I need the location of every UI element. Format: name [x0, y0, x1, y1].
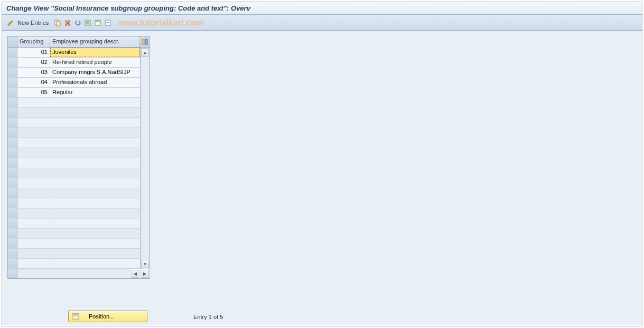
- configure-columns-icon[interactable]: [140, 37, 150, 47]
- row-selector[interactable]: [8, 198, 17, 208]
- row-selector[interactable]: [8, 188, 17, 198]
- cell-grouping[interactable]: [17, 128, 50, 138]
- cell-description[interactable]: [50, 138, 140, 148]
- cell-grouping[interactable]: 05: [17, 88, 50, 97]
- copy-as-icon[interactable]: [53, 19, 62, 27]
- deselect-all-icon[interactable]: [104, 19, 112, 27]
- cell-grouping[interactable]: 04: [17, 78, 50, 87]
- cell-grouping[interactable]: 02: [17, 58, 50, 67]
- grid-select-all-corner[interactable]: [8, 37, 17, 47]
- cell-description[interactable]: [50, 158, 140, 168]
- position-button[interactable]: Position...: [68, 311, 147, 322]
- cell-description[interactable]: [50, 118, 140, 127]
- row-selector[interactable]: [8, 128, 17, 138]
- row-selector[interactable]: [8, 168, 17, 178]
- row-selector[interactable]: [8, 78, 17, 87]
- delete-icon[interactable]: [63, 19, 72, 27]
- scroll-h-track[interactable]: [17, 269, 130, 278]
- row-selector[interactable]: [8, 48, 17, 57]
- svg-rect-11: [142, 39, 144, 44]
- cell-grouping[interactable]: [17, 208, 50, 218]
- row-selector[interactable]: [8, 118, 17, 127]
- row-selector[interactable]: [8, 239, 17, 248]
- row-selector[interactable]: [8, 208, 17, 218]
- cell-description[interactable]: [50, 178, 140, 188]
- row-selector[interactable]: [8, 58, 17, 67]
- cell-description[interactable]: [50, 148, 140, 158]
- cell-grouping[interactable]: [17, 158, 50, 168]
- row-selector[interactable]: [8, 259, 17, 268]
- row-selector[interactable]: [8, 68, 17, 77]
- table-row-empty: [8, 138, 140, 148]
- content-area: Grouping Employee grouping descr. 01 Juv…: [2, 31, 642, 325]
- cell-grouping[interactable]: [17, 138, 50, 148]
- cell-description[interactable]: Juveniles: [50, 48, 140, 57]
- cell-grouping[interactable]: [17, 178, 50, 188]
- table-row-empty: [8, 249, 140, 259]
- undo-change-icon[interactable]: [73, 19, 82, 27]
- cell-grouping[interactable]: [17, 148, 50, 158]
- row-selector[interactable]: [8, 158, 17, 168]
- cell-grouping[interactable]: 01: [17, 48, 50, 57]
- svg-rect-6: [86, 21, 89, 24]
- column-header-grouping[interactable]: Grouping: [17, 37, 50, 47]
- row-selector[interactable]: [8, 178, 17, 188]
- vertical-scrollbar[interactable]: ▲ ▼: [140, 48, 150, 269]
- cell-grouping[interactable]: [17, 249, 50, 258]
- cell-description[interactable]: [50, 128, 140, 138]
- cell-description[interactable]: Re-hired retired people: [50, 58, 140, 67]
- scroll-v-track[interactable]: [141, 57, 149, 259]
- cell-description[interactable]: [50, 259, 140, 268]
- row-selector[interactable]: [8, 108, 17, 117]
- cell-description[interactable]: [50, 108, 140, 117]
- toggle-display-change-icon[interactable]: [6, 19, 15, 27]
- cell-description[interactable]: [50, 218, 140, 228]
- scroll-right-icon[interactable]: ▶: [141, 270, 149, 278]
- row-selector[interactable]: [8, 148, 17, 158]
- cell-grouping[interactable]: [17, 98, 50, 107]
- row-selector[interactable]: [8, 249, 17, 258]
- cell-description[interactable]: [50, 239, 140, 248]
- table-row: 03 Company mngrs S.A.NadSIJP: [8, 68, 140, 78]
- new-entries-button[interactable]: New Entries: [16, 20, 52, 26]
- cell-grouping[interactable]: [17, 218, 50, 228]
- cell-grouping[interactable]: [17, 168, 50, 178]
- cell-grouping[interactable]: [17, 108, 50, 117]
- cell-description[interactable]: Professionals abroad: [50, 78, 140, 87]
- toolbar: New Entries www.tutorialkart.com: [2, 15, 642, 31]
- cell-grouping[interactable]: 03: [17, 68, 50, 77]
- cell-description[interactable]: Company mngrs S.A.NadSIJP: [50, 68, 140, 77]
- cell-grouping[interactable]: [17, 259, 50, 268]
- row-selector[interactable]: [8, 88, 17, 97]
- table-row-empty: [8, 198, 140, 208]
- cell-description[interactable]: [50, 249, 140, 258]
- cell-grouping[interactable]: [17, 198, 50, 208]
- hscroll-corner: [8, 269, 17, 278]
- cell-grouping[interactable]: [17, 239, 50, 248]
- cell-description[interactable]: Regular: [50, 88, 140, 97]
- window-title: Change View "Social Insurance subgroup g…: [2, 2, 642, 15]
- scroll-down-icon[interactable]: ▼: [141, 260, 149, 268]
- cell-grouping[interactable]: [17, 188, 50, 198]
- cell-grouping[interactable]: [17, 118, 50, 127]
- row-selector[interactable]: [8, 229, 17, 238]
- cell-description[interactable]: [50, 98, 140, 107]
- table-row-empty: [8, 188, 140, 198]
- scroll-up-icon[interactable]: ▲: [141, 48, 149, 57]
- column-header-description[interactable]: Employee grouping descr.: [50, 37, 140, 47]
- cell-description[interactable]: [50, 208, 140, 218]
- grid: Grouping Employee grouping descr. 01 Juv…: [7, 36, 150, 279]
- row-selector[interactable]: [8, 218, 17, 228]
- scroll-left-icon[interactable]: ◀: [131, 270, 139, 278]
- cell-description[interactable]: [50, 198, 140, 208]
- position-icon: [72, 313, 79, 320]
- horizontal-scrollbar[interactable]: ◀ ▶: [8, 269, 150, 278]
- select-block-icon[interactable]: [94, 19, 102, 27]
- cell-description[interactable]: [50, 188, 140, 198]
- row-selector[interactable]: [8, 98, 17, 107]
- row-selector[interactable]: [8, 138, 17, 148]
- select-all-icon[interactable]: [83, 19, 92, 27]
- cell-description[interactable]: [50, 229, 140, 238]
- cell-description[interactable]: [50, 168, 140, 178]
- cell-grouping[interactable]: [17, 229, 50, 238]
